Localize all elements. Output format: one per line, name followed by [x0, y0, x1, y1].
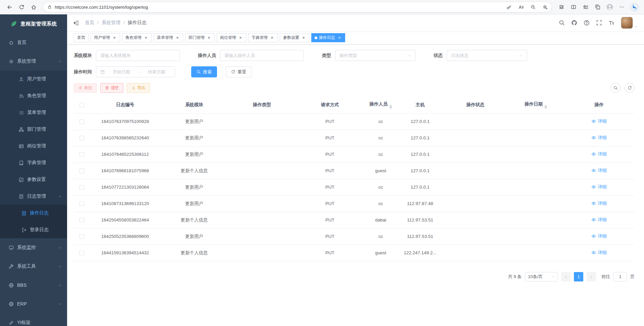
row-checkbox[interactable]: [79, 185, 84, 190]
header-search-button[interactable]: [559, 20, 565, 26]
detail-link[interactable]: 详细: [591, 250, 607, 256]
column-header-operator[interactable]: 操作人员: [364, 97, 397, 113]
toggle-search-button[interactable]: [610, 83, 621, 93]
sidebar-item-dict-management[interactable]: 字典管理: [0, 154, 67, 171]
sort-icon[interactable]: [389, 105, 392, 109]
column-header-date[interactable]: 操作日期: [508, 97, 564, 113]
detail-link[interactable]: 详细: [591, 233, 607, 239]
select-all-checkbox[interactable]: [79, 103, 84, 108]
operator-input[interactable]: [220, 50, 304, 61]
tab-param-settings[interactable]: 参数设置×: [280, 33, 309, 42]
prev-page-button[interactable]: ‹: [561, 272, 571, 281]
browser-home-button[interactable]: [28, 2, 39, 12]
help-button[interactable]: [584, 20, 590, 26]
detail-link[interactable]: 详细: [591, 200, 607, 206]
close-icon[interactable]: ×: [337, 36, 342, 40]
row-checkbox[interactable]: [79, 169, 84, 173]
tab-home[interactable]: 首页: [74, 33, 89, 42]
goto-page-input[interactable]: [613, 272, 627, 281]
refresh-table-button[interactable]: [625, 83, 635, 93]
sidebar-item-log-management[interactable]: 日志管理: [0, 188, 67, 205]
close-icon[interactable]: ×: [270, 36, 274, 40]
sort-icon[interactable]: [544, 105, 547, 109]
sidebar-item-user-management[interactable]: 用户管理: [0, 71, 67, 87]
sidebar-item-post-management[interactable]: 岗位管理: [0, 138, 67, 154]
sidebar-item-role-management[interactable]: 角色管理: [0, 87, 67, 104]
sidebar-item-menu-management[interactable]: 菜单管理: [0, 104, 67, 121]
add-favorite-button[interactable]: [540, 2, 550, 12]
extensions-button[interactable]: [556, 2, 567, 12]
browser-profile-button[interactable]: [604, 2, 615, 12]
row-checkbox[interactable]: [79, 234, 84, 239]
tab-menu-management[interactable]: 菜单管理×: [154, 33, 183, 42]
search-button[interactable]: 搜索: [191, 66, 217, 77]
close-icon[interactable]: ×: [238, 36, 243, 40]
tab-role-management[interactable]: 角色管理×: [122, 33, 152, 42]
row-checkbox[interactable]: [79, 251, 84, 255]
sidebar-item-home[interactable]: 首页: [0, 33, 67, 52]
detail-link[interactable]: 详细: [591, 184, 607, 190]
detail-link[interactable]: 详细: [591, 217, 607, 223]
close-icon[interactable]: ×: [301, 36, 306, 40]
delete-button[interactable]: 删除: [74, 83, 97, 93]
user-menu[interactable]: [621, 17, 638, 29]
sidebar-item-erp[interactable]: ERP: [0, 295, 67, 313]
tab-dict-management[interactable]: 字典管理×: [248, 33, 278, 42]
sidebar-item-dept-management[interactable]: 部门管理: [0, 121, 67, 138]
row-checkbox[interactable]: [79, 152, 84, 157]
sidebar-item-system-monitor[interactable]: 系统监控: [0, 238, 67, 257]
password-key-button[interactable]: [504, 2, 514, 12]
date-range-picker[interactable]: 开始日期 - 结束日期: [96, 66, 175, 77]
address-bar[interactable]: https://ccnetcore.com:1101/system/log/op…: [43, 2, 552, 12]
cell-operator: cc: [364, 228, 397, 245]
sidebar-item-param-settings[interactable]: 参数设置: [0, 171, 67, 188]
sidebar-item-operation-log[interactable]: 操作日志: [0, 205, 67, 221]
close-icon[interactable]: ×: [144, 36, 148, 40]
type-select[interactable]: 操作类型: [335, 50, 416, 61]
fullscreen-button[interactable]: [596, 20, 602, 26]
breadcrumb-item[interactable]: 首页: [85, 20, 94, 26]
browser-refresh-button[interactable]: [16, 2, 27, 12]
status-select[interactable]: 日志状态: [447, 50, 527, 61]
detail-link[interactable]: 详细: [591, 118, 607, 124]
favorites-button[interactable]: [580, 2, 591, 12]
page-number-1[interactable]: 1: [574, 272, 583, 281]
read-aloud-button[interactable]: [516, 2, 526, 12]
sidebar-item-yi-framework[interactable]: Yi框架: [0, 313, 67, 326]
row-checkbox[interactable]: [79, 136, 84, 140]
sidebar-item-bbs[interactable]: BBS: [0, 276, 67, 295]
bing-copilot-button[interactable]: [629, 1, 640, 13]
user-avatar[interactable]: [621, 17, 633, 29]
collections-button[interactable]: [592, 2, 603, 12]
sidebar-item-system-tools[interactable]: 系统工具: [0, 257, 67, 276]
close-icon[interactable]: ×: [112, 36, 117, 40]
sidebar-toggle-button[interactable]: [73, 20, 79, 26]
tab-operation-log[interactable]: 操作日志×: [311, 33, 345, 42]
close-icon[interactable]: ×: [175, 36, 180, 40]
breadcrumb-item[interactable]: 系统管理: [102, 20, 120, 26]
browser-more-button[interactable]: [616, 2, 627, 12]
row-checkbox[interactable]: [79, 201, 84, 206]
clear-button[interactable]: 清空: [100, 83, 123, 93]
tab-post-management[interactable]: 岗位管理×: [217, 33, 246, 42]
export-button[interactable]: 导出: [127, 83, 150, 93]
detail-link[interactable]: 详细: [591, 168, 607, 174]
next-page-button[interactable]: ›: [587, 272, 596, 281]
module-input[interactable]: [96, 50, 180, 61]
row-checkbox[interactable]: [79, 119, 84, 124]
reset-button[interactable]: 重置: [226, 66, 252, 77]
detail-link[interactable]: 详细: [591, 135, 607, 141]
github-button[interactable]: [571, 20, 577, 26]
split-screen-button[interactable]: [568, 2, 579, 12]
page-size-select[interactable]: 10条/页: [525, 272, 558, 281]
zoom-button[interactable]: [528, 2, 538, 12]
font-size-button[interactable]: [608, 20, 614, 26]
sidebar-item-system-management[interactable]: 系统管理: [0, 52, 67, 71]
browser-back-button[interactable]: [4, 2, 15, 12]
close-icon[interactable]: ×: [207, 36, 211, 40]
sidebar-item-login-log[interactable]: 登录日志: [0, 221, 67, 238]
tab-user-management[interactable]: 用户管理×: [91, 33, 120, 42]
row-checkbox[interactable]: [79, 218, 84, 222]
tab-dept-management[interactable]: 部门管理×: [185, 33, 215, 42]
detail-link[interactable]: 详细: [591, 151, 607, 157]
